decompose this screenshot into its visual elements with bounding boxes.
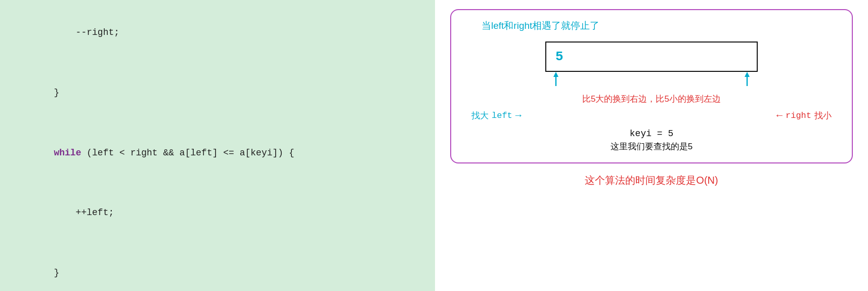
right-up-arrow-svg [743, 72, 752, 86]
code-line-7: while (left < right && a[left] <= a[keyi… [10, 146, 425, 161]
array-box: 5 [545, 41, 758, 72]
code-line-8: ++left; [10, 205, 425, 221]
left-up-arrow-svg [551, 72, 560, 86]
code-panel: int PartSort1(int* a, int left, int righ… [0, 0, 435, 291]
find-big-label: 找大 [471, 110, 489, 121]
bottom-note: 这个算法的时间复杂度是O(N) [450, 174, 853, 187]
array-value: 5 [555, 49, 563, 64]
right-panel: 当left和right相遇了就停止了 5 [435, 0, 868, 291]
arrows-row: 找大 left → ← right 找小 [466, 110, 837, 121]
keyi-desc: 这里我们要查找的是5 [611, 141, 692, 152]
code-block: int PartSort1(int* a, int left, int righ… [10, 0, 425, 291]
top-label: 当left和right相遇了就停止了 [482, 19, 599, 32]
left-up-arrow [551, 72, 560, 86]
right-up-arrow [743, 72, 752, 86]
left-pointer-label: left [492, 111, 512, 120]
up-arrows-row [545, 72, 758, 86]
code-line-6: } [10, 86, 425, 101]
left-arrow-icon: ← [776, 110, 783, 121]
right-side: ← right 找小 [776, 110, 832, 121]
svg-marker-1 [553, 72, 558, 77]
array-arrows-wrapper: 5 [466, 41, 837, 72]
middle-label: 比5大的换到右边，比5小的换到左边 [582, 93, 721, 105]
right-pointer-label: right [786, 111, 811, 120]
code-line-5: --right; [10, 25, 425, 40]
code-line-9: } [10, 266, 425, 281]
svg-marker-3 [745, 72, 750, 77]
find-small-label: 找小 [814, 110, 832, 121]
diagram-box: 当left和right相遇了就停止了 5 [450, 9, 853, 163]
left-side: 找大 left → [471, 110, 522, 121]
right-arrow-icon: → [515, 110, 522, 121]
keyi-label: keyi = 5 [630, 129, 673, 139]
